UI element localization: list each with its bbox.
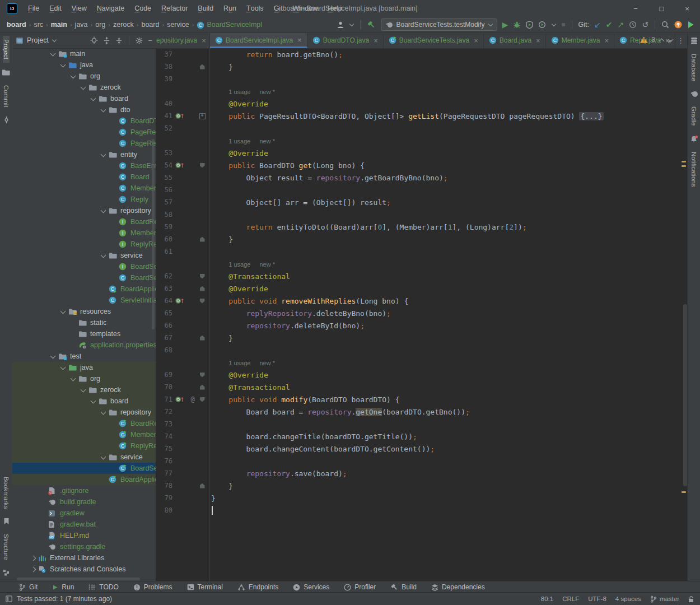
usages-inlay-hint[interactable]: 1 usage <box>228 138 250 145</box>
breadcrumb-item[interactable]: zerock <box>113 21 134 29</box>
override-method-icon[interactable] <box>172 297 188 304</box>
tree-chevron-icon[interactable] <box>99 205 109 216</box>
code-with-me-user-icon[interactable] <box>337 21 344 29</box>
code-line[interactable]: 65 replyRepository.deleteByBno(bno); <box>156 307 688 319</box>
tree-chevron-icon[interactable] <box>78 384 88 395</box>
tree-row[interactable]: zerock <box>12 384 156 395</box>
code-line[interactable]: 41 public PageResultDTO<BoardDTO, Object… <box>156 110 688 122</box>
debug-button[interactable] <box>513 21 521 29</box>
tree-chevron-icon[interactable] <box>58 59 68 71</box>
tree-row[interactable]: CReply <box>12 194 156 205</box>
tree-row[interactable]: CBoardApplicationTests <box>12 474 156 485</box>
editor-scrollbar-thumb[interactable] <box>683 304 687 486</box>
usages-inlay-hint[interactable]: 1 usage <box>228 261 250 268</box>
code-line[interactable]: 60 } <box>156 233 688 245</box>
line-number[interactable]: 67 <box>156 334 172 342</box>
line-number[interactable]: 58 <box>156 211 172 218</box>
code-line[interactable]: 56 <box>156 184 688 196</box>
readonly-lock-icon[interactable] <box>688 595 694 603</box>
tree-row[interactable]: entity <box>12 149 156 160</box>
search-everywhere-icon[interactable] <box>661 21 669 29</box>
code-line[interactable]: 79} <box>156 492 688 504</box>
tree-row[interactable]: board <box>12 93 156 104</box>
run-button[interactable]: ▶ <box>502 21 508 29</box>
inspections-widget[interactable]: ! 3 <box>640 36 673 44</box>
code-line[interactable]: 71@ public void modify(BoardDTO boardDTO… <box>156 393 688 406</box>
tree-row[interactable]: CReplyRepositoryTests <box>12 440 156 452</box>
code-line[interactable]: 78 } <box>156 480 688 492</box>
line-number[interactable]: 74 <box>156 432 172 440</box>
editor-tab[interactable]: CBoard.java× <box>484 32 546 48</box>
menu-help[interactable]: Help <box>323 0 347 17</box>
tree-row[interactable]: java <box>12 362 156 373</box>
tree-chevron-icon[interactable] <box>99 407 109 418</box>
tree-row[interactable]: settings.gradle <box>12 541 156 552</box>
code-line[interactable]: 80 <box>156 504 688 516</box>
fold-marker-icon[interactable] <box>198 336 207 341</box>
tree-row[interactable]: gradlew.bat <box>12 519 156 530</box>
tool-window-button-commit[interactable]: Commit <box>3 82 10 124</box>
tree-row[interactable]: IMemberRepository <box>12 227 156 239</box>
fold-marker-icon[interactable] <box>198 286 207 291</box>
code-line[interactable]: 70 @Transactional <box>156 381 688 393</box>
tree-row[interactable]: org <box>12 373 156 384</box>
tree-row[interactable]: org <box>12 71 156 82</box>
line-number[interactable]: 70 <box>156 383 172 391</box>
tool-window-button-services[interactable]: Services <box>293 583 329 591</box>
code-line[interactable]: 75 board.changeContent(boardDTO.getConte… <box>156 443 688 455</box>
tool-window-button-notifications[interactable]: Notifications <box>690 135 698 190</box>
close-button[interactable]: × <box>674 0 700 17</box>
editor-tab[interactable]: epository.java× <box>156 32 210 48</box>
code-line[interactable]: 74 board.changeTitle(boardDTO.getTitle()… <box>156 430 688 443</box>
line-separator-widget[interactable]: CRLF <box>562 595 579 602</box>
code-line[interactable]: 66 repository.deleteById(bno); <box>156 319 688 332</box>
select-opened-file-icon[interactable] <box>90 36 98 44</box>
project-view-selector[interactable]: Project <box>16 36 57 44</box>
tree-row[interactable]: service <box>12 250 156 261</box>
vcs-update-button[interactable]: ↙ <box>594 21 601 29</box>
next-problem-icon[interactable] <box>668 38 673 43</box>
tree-row[interactable]: java <box>12 59 156 71</box>
new-inlay-hint[interactable]: new * <box>259 138 275 145</box>
encoding-widget[interactable]: UTF-8 <box>588 595 606 602</box>
code-line[interactable]: 68 <box>156 344 688 356</box>
code-line[interactable]: 58 <box>156 208 688 221</box>
fold-marker-icon[interactable] <box>198 64 207 69</box>
tree-row[interactable]: CServletInitializer <box>12 295 156 306</box>
run-with-coverage-button[interactable] <box>526 21 533 29</box>
fold-marker-icon[interactable] <box>198 237 207 242</box>
tool-window-button-git[interactable]: Git <box>19 583 38 591</box>
tree-chevron-icon[interactable] <box>88 395 99 407</box>
line-number[interactable]: 37 <box>156 50 172 58</box>
tool-window-button-project[interactable]: Project <box>2 36 11 76</box>
tool-window-button-terminal[interactable]: Terminal <box>187 583 223 591</box>
run-configuration-select[interactable]: BoardServiceTests.testModify <box>381 18 497 31</box>
code-line[interactable]: 67 } <box>156 332 688 344</box>
code-line[interactable]: 61 <box>156 245 688 258</box>
line-number[interactable]: 79 <box>156 494 172 502</box>
hide-panel-icon[interactable]: − <box>148 36 152 45</box>
fold-marker-icon[interactable] <box>198 274 207 279</box>
fold-marker-icon[interactable] <box>198 373 207 378</box>
close-icon[interactable]: × <box>374 37 378 44</box>
menu-view[interactable]: View <box>67 0 92 17</box>
editor-tab[interactable]: CBoardServiceTests.java× <box>384 32 484 48</box>
gear-icon[interactable] <box>136 37 143 44</box>
tree-row[interactable]: application.properties <box>12 339 156 351</box>
line-number[interactable]: 66 <box>156 322 172 329</box>
editor-tab[interactable]: CBoardDTO.java× <box>307 32 384 48</box>
tree-row[interactable]: main <box>12 48 156 59</box>
code-line[interactable]: 76 <box>156 455 688 467</box>
tree-row[interactable]: CPageRequestDTO <box>12 127 156 138</box>
tree-chevron-icon[interactable] <box>28 564 38 575</box>
tree-row[interactable]: test <box>12 351 156 362</box>
fold-marker-icon[interactable] <box>198 397 207 402</box>
tool-window-button-profiler[interactable]: Profiler <box>344 583 376 591</box>
tool-window-button-build[interactable]: Build <box>390 583 417 591</box>
vcs-push-button[interactable]: ↗ <box>618 21 624 29</box>
tool-window-switcher-icon[interactable] <box>6 595 12 602</box>
code-line[interactable]: 59 return entityToDto((Board)arr[0], (Me… <box>156 221 688 233</box>
history-button[interactable] <box>629 21 637 29</box>
tree-row[interactable]: IReplyRepository <box>12 239 156 250</box>
tree-row[interactable]: static <box>12 317 156 328</box>
